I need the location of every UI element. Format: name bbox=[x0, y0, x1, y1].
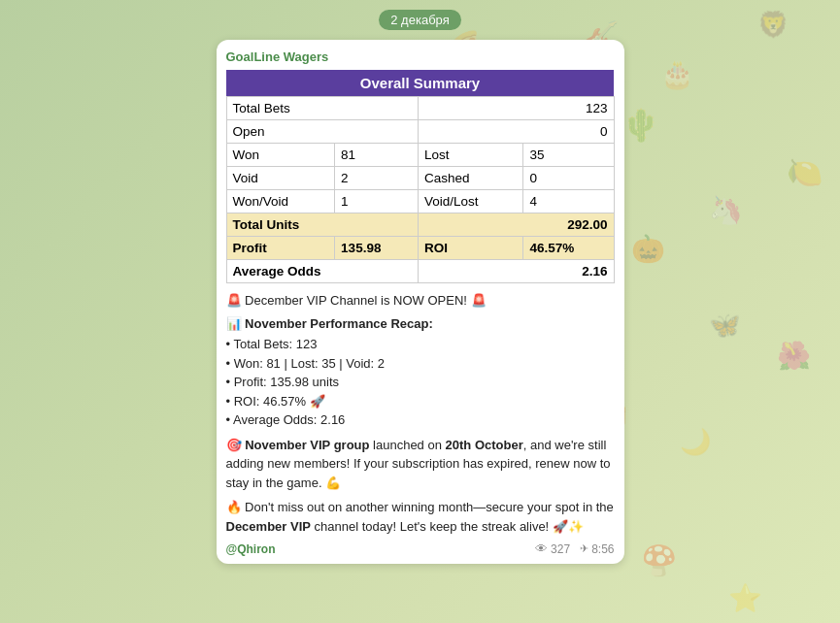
views-count: 👁 327 bbox=[535, 541, 570, 556]
message-time: ✈ 8:56 bbox=[580, 542, 614, 556]
table-row: Profit 135.98 ROI 46.57% bbox=[226, 237, 614, 260]
views-value: 327 bbox=[551, 542, 570, 556]
wonvoid-value: 1 bbox=[335, 190, 419, 213]
roi-label: ROI bbox=[419, 237, 523, 260]
total-bets-value: 123 bbox=[419, 97, 615, 120]
para3-bold: December VIP bbox=[226, 519, 311, 534]
forward-icon: ✈ bbox=[580, 542, 588, 555]
channel-name: GoalLine Wagers bbox=[226, 49, 615, 64]
voidlost-value: 4 bbox=[523, 190, 614, 213]
cashed-value: 0 bbox=[523, 167, 614, 190]
won-value: 81 bbox=[335, 144, 419, 167]
table-title: Overall Summary bbox=[226, 70, 614, 97]
roi-value: 46.57% bbox=[523, 237, 614, 260]
message-body: 🚨 December VIP Channel is NOW OPEN! 🚨 📊 … bbox=[226, 291, 615, 536]
para2-mid: launched on bbox=[369, 438, 445, 452]
message-recap-title: 📊 November Performance Recap: bbox=[226, 316, 433, 331]
message-bullet-1: • Total Bets: 123 bbox=[226, 335, 615, 354]
eye-icon: 👁 bbox=[535, 541, 548, 556]
message-bullet-3: • Profit: 135.98 units bbox=[226, 373, 615, 392]
total-bets-label: Total Bets bbox=[226, 97, 419, 120]
para2-bold1: November VIP group bbox=[245, 438, 369, 452]
summary-table: Overall Summary Total Bets 123 Open 0 Wo… bbox=[226, 70, 615, 283]
cashed-label: Cashed bbox=[419, 167, 523, 190]
total-units-label: Total Units bbox=[226, 213, 419, 237]
void-label: Void bbox=[226, 167, 335, 190]
lost-value: 35 bbox=[523, 144, 614, 167]
table-row: Total Bets 123 bbox=[226, 97, 614, 120]
para2-bold2: 20th October bbox=[446, 438, 523, 452]
date-badge: 2 декабря bbox=[379, 10, 460, 30]
message-footer: @Qhiron 👁 327 ✈ 8:56 bbox=[226, 541, 615, 556]
void-value: 2 bbox=[335, 167, 419, 190]
profit-value: 135.98 bbox=[335, 237, 419, 260]
lost-label: Lost bbox=[419, 144, 523, 167]
avg-odds-value: 2.16 bbox=[419, 260, 615, 283]
open-value: 0 bbox=[419, 120, 615, 144]
message-bullet-4: • ROI: 46.57% 🚀 bbox=[226, 392, 615, 411]
message-bullet-2: • Won: 81 | Lost: 35 | Void: 2 bbox=[226, 354, 615, 374]
para2-prefix: 🎯 bbox=[226, 438, 246, 452]
chat-container: 2 декабря GoalLine Wagers Overall Summar… bbox=[0, 0, 840, 623]
message-paragraph-3: 🔥 Don't miss out on another winning mont… bbox=[226, 498, 615, 536]
message-line-2: 📊 November Performance Recap: bbox=[226, 314, 615, 334]
voidlost-label: Void/Lost bbox=[419, 190, 523, 213]
wonvoid-label: Won/Void bbox=[226, 190, 335, 213]
author-name: @Qhiron bbox=[226, 542, 276, 556]
para3-prefix: 🔥 Don't miss out on another winning mont… bbox=[226, 500, 614, 514]
table-row: Average Odds 2.16 bbox=[226, 260, 614, 283]
avg-odds-label: Average Odds bbox=[226, 260, 419, 283]
message-card: GoalLine Wagers Overall Summary Total Be… bbox=[217, 40, 624, 564]
footer-meta: 👁 327 ✈ 8:56 bbox=[535, 541, 614, 556]
message-bullet-5: • Average Odds: 2.16 bbox=[226, 410, 615, 430]
message-paragraph-2: 🎯 November VIP group launched on 20th Oc… bbox=[226, 436, 615, 493]
table-row: Won/Void 1 Void/Lost 4 bbox=[226, 190, 614, 213]
para3-end: channel today! Let's keep the streak ali… bbox=[311, 519, 584, 534]
time-value: 8:56 bbox=[591, 542, 614, 556]
table-row: Void 2 Cashed 0 bbox=[226, 167, 614, 190]
total-units-value: 292.00 bbox=[419, 213, 615, 237]
message-line-1: 🚨 December VIP Channel is NOW OPEN! 🚨 bbox=[226, 291, 615, 311]
table-row: Won 81 Lost 35 bbox=[226, 144, 614, 167]
won-label: Won bbox=[226, 144, 335, 167]
table-row: Total Units 292.00 bbox=[226, 213, 614, 237]
open-label: Open bbox=[226, 120, 419, 144]
table-header-row: Overall Summary bbox=[226, 70, 614, 97]
profit-label: Profit bbox=[226, 237, 335, 260]
table-row: Open 0 bbox=[226, 120, 614, 144]
